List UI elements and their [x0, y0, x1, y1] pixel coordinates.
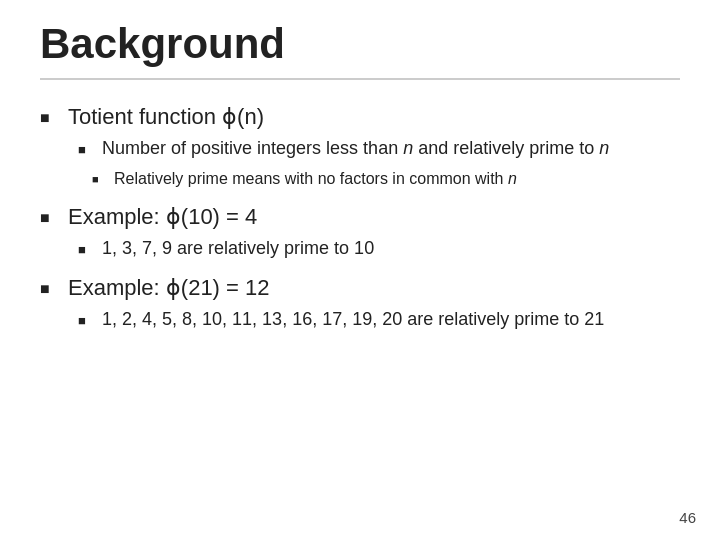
bullet-3-text: Example: ϕ(21) = 12 ■ 1, 2, 4, 5, 8, 10,… — [68, 275, 680, 330]
bullet-1-1-1: ■ Relatively prime means with no factors… — [68, 170, 680, 188]
bullet-1-1: ■ Number of positive integers less than … — [68, 138, 680, 159]
bullet-3-1: ■ 1, 2, 4, 5, 8, 10, 11, 13, 16, 17, 19,… — [68, 309, 680, 330]
bullet-2-marker: ■ — [40, 209, 56, 227]
bullet-2-1: ■ 1, 3, 7, 9 are relatively prime to 10 — [68, 238, 680, 259]
slide-container: Background ■ Totient function ϕ(n) ■ Num… — [0, 0, 720, 540]
slide-title: Background — [40, 20, 680, 80]
bullet-2-1-text: 1, 3, 7, 9 are relatively prime to 10 — [102, 238, 374, 259]
bullet-1-1-1-text: Relatively prime means with no factors i… — [114, 170, 517, 188]
bullet-3-1-text: 1, 2, 4, 5, 8, 10, 11, 13, 16, 17, 19, 2… — [102, 309, 604, 330]
bullet-1: ■ Totient function ϕ(n) ■ Number of posi… — [40, 104, 680, 188]
bullet-2-1-marker: ■ — [78, 242, 92, 257]
bullet-3-marker: ■ — [40, 280, 56, 298]
slide-content: ■ Totient function ϕ(n) ■ Number of posi… — [40, 104, 680, 510]
bullet-1-text: Totient function ϕ(n) ■ Number of positi… — [68, 104, 680, 188]
bullet-1-1-text: Number of positive integers less than n … — [102, 138, 609, 159]
bullet-1-sub: ■ Number of positive integers less than … — [68, 138, 680, 188]
bullet-3-1-marker: ■ — [78, 313, 92, 328]
bullet-1-marker: ■ — [40, 109, 56, 127]
bullet-1-1-marker: ■ — [78, 142, 92, 157]
bullet-2-sub: ■ 1, 3, 7, 9 are relatively prime to 10 — [68, 238, 680, 259]
bullet-1-1-1-marker: ■ — [92, 173, 104, 185]
bullet-3-sub: ■ 1, 2, 4, 5, 8, 10, 11, 13, 16, 17, 19,… — [68, 309, 680, 330]
bullet-2-text: Example: ϕ(10) = 4 ■ 1, 3, 7, 9 are rela… — [68, 204, 680, 259]
bullet-2: ■ Example: ϕ(10) = 4 ■ 1, 3, 7, 9 are re… — [40, 204, 680, 259]
page-number: 46 — [679, 509, 696, 526]
bullet-3: ■ Example: ϕ(21) = 12 ■ 1, 2, 4, 5, 8, 1… — [40, 275, 680, 330]
